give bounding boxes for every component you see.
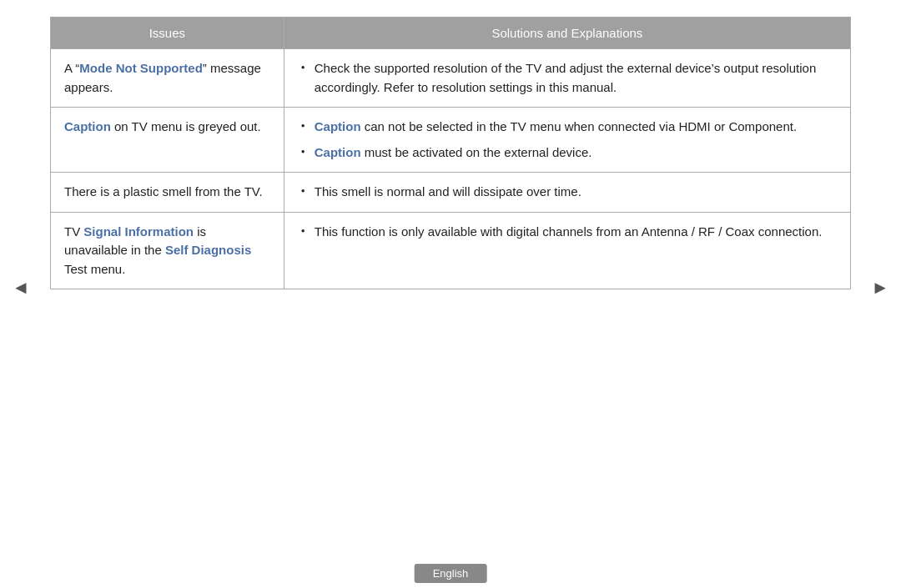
language-badge: English bbox=[415, 564, 487, 583]
solution-cell: This smell is normal and will dissipate … bbox=[284, 173, 850, 213]
list-item: Caption must be activated on the externa… bbox=[298, 143, 837, 163]
mode-not-supported-text: Mode Not Supported bbox=[79, 61, 202, 75]
table-row: There is a plastic smell from the TV. Th… bbox=[51, 173, 851, 213]
table-row: A “Mode Not Supported” message appears. … bbox=[51, 49, 851, 108]
table-row: Caption on TV menu is greyed out. Captio… bbox=[51, 108, 851, 173]
issue-cell: Caption on TV menu is greyed out. bbox=[51, 108, 284, 173]
caption-issue-text: Caption bbox=[64, 119, 111, 133]
solution-cell: This function is only available with dig… bbox=[284, 212, 850, 289]
issue-cell: There is a plastic smell from the TV. bbox=[51, 173, 284, 213]
footer: English bbox=[415, 565, 487, 580]
nav-arrow-right[interactable]: ► bbox=[871, 277, 889, 299]
caption-sol1-text: Caption bbox=[315, 119, 361, 133]
page-wrapper: ◄ ► Issues Solutions and Explanations A … bbox=[0, 0, 901, 588]
col-header-issues: Issues bbox=[51, 18, 284, 49]
list-item: This smell is normal and will dissipate … bbox=[298, 183, 837, 202]
solution-cell: Check the supported resolution of the TV… bbox=[284, 49, 850, 108]
nav-arrow-left[interactable]: ◄ bbox=[12, 277, 30, 299]
list-item: Caption can not be selected in the TV me… bbox=[298, 118, 837, 137]
col-header-solutions: Solutions and Explanations bbox=[284, 18, 850, 49]
issues-table: Issues Solutions and Explanations A “Mod… bbox=[50, 17, 851, 289]
solution-cell: Caption can not be selected in the TV me… bbox=[284, 108, 850, 173]
signal-info-text: Signal Information bbox=[83, 224, 194, 239]
list-item: This function is only available with dig… bbox=[298, 223, 837, 242]
self-diagnosis-text: Self Diagnosis bbox=[165, 243, 251, 257]
table-row: TV Signal Information is unavailable in … bbox=[51, 212, 851, 289]
caption-sol2-text: Caption bbox=[315, 145, 361, 159]
issue-cell: TV Signal Information is unavailable in … bbox=[51, 212, 284, 289]
issue-cell: A “Mode Not Supported” message appears. bbox=[51, 49, 284, 108]
list-item: Check the supported resolution of the TV… bbox=[298, 59, 837, 97]
